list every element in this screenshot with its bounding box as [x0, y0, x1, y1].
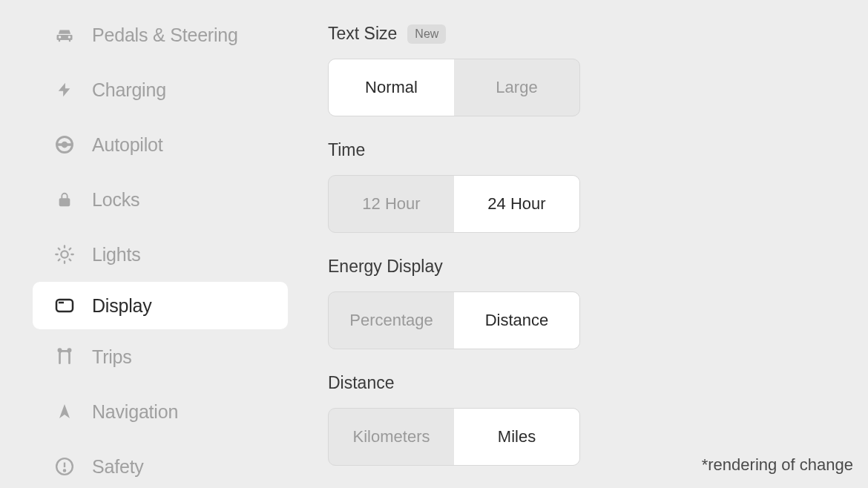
sidebar-item-label: Autopilot: [92, 134, 163, 156]
time-12hour[interactable]: 12 Hour: [329, 176, 454, 232]
sidebar-item-label: Display: [92, 295, 152, 317]
setting-title: Time: [328, 140, 365, 160]
sidebar-item-safety[interactable]: Safety: [36, 439, 288, 488]
sidebar-item-charging[interactable]: Charging: [36, 62, 288, 117]
sidebar-item-trips[interactable]: Trips: [36, 329, 288, 384]
setting-title: Text Size: [328, 24, 397, 44]
energy-distance[interactable]: Distance: [454, 292, 579, 349]
svg-point-6: [68, 349, 70, 352]
sun-icon: [53, 243, 76, 266]
route-icon: [53, 346, 76, 368]
setting-distance: Distance Kilometers Miles: [328, 373, 841, 466]
svg-point-9: [64, 469, 65, 471]
sidebar-item-lights[interactable]: Lights: [36, 227, 288, 282]
svg-rect-3: [56, 300, 73, 311]
setting-energy-display: Energy Display Percentage Distance: [328, 257, 841, 349]
steering-icon: [53, 133, 76, 156]
setting-text-size: Text Size New Normal Large: [328, 24, 841, 116]
text-size-toggle: Normal Large: [328, 59, 580, 116]
sidebar-item-label: Navigation: [92, 401, 178, 423]
setting-title: Energy Display: [328, 257, 443, 277]
new-badge: New: [407, 24, 446, 44]
sidebar-item-label: Trips: [92, 346, 132, 368]
sidebar-item-autopilot[interactable]: Autopilot: [36, 117, 288, 172]
sidebar-item-label: Lights: [92, 244, 141, 266]
sidebar-item-label: Charging: [92, 79, 166, 101]
setting-title: Distance: [328, 373, 394, 393]
sidebar-item-pedals-steering[interactable]: Pedals & Steering: [36, 7, 288, 62]
bolt-icon: [53, 79, 76, 101]
svg-point-1: [62, 142, 67, 147]
energy-percentage[interactable]: Percentage: [329, 292, 454, 349]
distance-miles[interactable]: Miles: [454, 409, 579, 465]
car-icon: [53, 24, 76, 46]
text-size-normal[interactable]: Normal: [329, 59, 454, 116]
sidebar-item-navigation[interactable]: Navigation: [36, 384, 288, 439]
sidebar-item-display[interactable]: Display: [33, 282, 288, 329]
time-24hour[interactable]: 24 Hour: [454, 176, 579, 232]
sidebar-item-label: Pedals & Steering: [92, 24, 238, 46]
sidebar-item-locks[interactable]: Locks: [36, 172, 288, 227]
display-icon: [53, 294, 76, 317]
sidebar: Pedals & Steering Charging Autopilot Loc…: [4, 7, 301, 488]
lock-icon: [53, 188, 76, 211]
compass-icon: [53, 400, 76, 423]
energy-display-toggle: Percentage Distance: [328, 291, 580, 349]
sidebar-item-label: Safety: [92, 456, 144, 478]
text-size-large[interactable]: Large: [454, 59, 579, 116]
footnote: *rendering of change: [702, 455, 853, 475]
setting-time: Time 12 Hour 24 Hour: [328, 140, 841, 233]
time-toggle: 12 Hour 24 Hour: [328, 175, 580, 233]
main-panel: Text Size New Normal Large Time 12 Hour …: [301, 7, 868, 488]
sidebar-item-label: Locks: [92, 189, 139, 211]
svg-point-5: [59, 349, 61, 352]
alert-icon: [53, 455, 76, 478]
distance-kilometers[interactable]: Kilometers: [329, 409, 454, 465]
svg-point-2: [61, 251, 68, 257]
distance-toggle: Kilometers Miles: [328, 408, 580, 466]
